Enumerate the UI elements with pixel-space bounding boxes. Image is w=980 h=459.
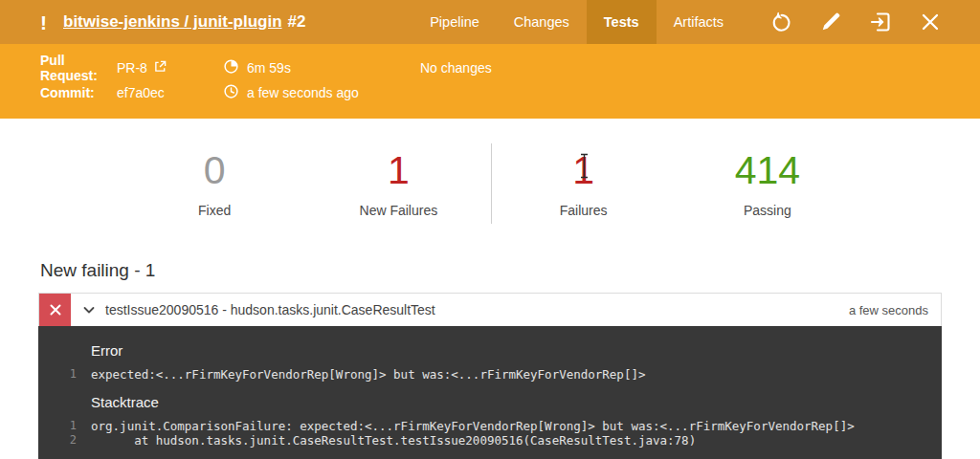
build-number: #2 bbox=[288, 12, 306, 31]
tab-changes[interactable]: Changes bbox=[497, 0, 587, 44]
info-row-commit: Commit: ef7a0ec a few seconds ago bbox=[40, 80, 980, 105]
new-failures-count: 1 bbox=[306, 149, 490, 192]
failing-test-row[interactable]: testIssue20090516 - hudson.tasks.junit.C… bbox=[38, 293, 942, 326]
test-summary: 0 Fixed 1 New Failures 1 Failures 414 Pa… bbox=[122, 143, 859, 224]
chevron-down-icon[interactable] bbox=[82, 294, 96, 326]
test-name: testIssue20090516 - hudson.tasks.junit.C… bbox=[105, 294, 849, 326]
duration-icon bbox=[224, 59, 238, 76]
line-number: 1 bbox=[38, 419, 77, 433]
run-header: ! bitwise-jenkins / junit-plugin#2 bbox=[0, 0, 305, 44]
finished-time-text: a few seconds ago bbox=[247, 85, 359, 100]
fixed-count: 0 bbox=[122, 149, 306, 192]
passing-count: 414 bbox=[676, 149, 859, 192]
new-failures-label: New Failures bbox=[306, 203, 490, 218]
topbar-actions bbox=[741, 0, 980, 44]
external-link-icon[interactable] bbox=[154, 60, 167, 73]
clock-icon bbox=[224, 84, 238, 101]
text-cursor-ibeam bbox=[579, 153, 590, 183]
duration-info: 6m 59s bbox=[224, 59, 420, 76]
failure-x-icon bbox=[39, 294, 71, 326]
finished-time-info: a few seconds ago bbox=[224, 84, 420, 101]
run-title-link[interactable]: bitwise-jenkins / junit-plugin#2 bbox=[63, 12, 305, 32]
duration-text: 6m 59s bbox=[247, 60, 291, 76]
blueocean-test-results-page: ! bitwise-jenkins / junit-plugin#2 Pipel… bbox=[0, 0, 980, 459]
error-heading: Error bbox=[38, 342, 942, 359]
unstable-status-icon: ! bbox=[40, 12, 47, 33]
go-to-classic-icon[interactable] bbox=[869, 11, 892, 33]
line-number: 2 bbox=[38, 433, 77, 448]
summary-passing: 414 Passing bbox=[676, 149, 859, 217]
line-number: 1 bbox=[38, 367, 77, 382]
pipeline-name-link[interactable]: bitwise-jenkins / junit-plugin bbox=[63, 12, 282, 31]
summary-new-failures: 1 New Failures bbox=[306, 149, 490, 217]
log-line: 2 at hudson.tasks.junit.CaseResultTest.t… bbox=[38, 433, 942, 448]
log-line-text: org.junit.ComparisonFailure: expected:<.… bbox=[77, 419, 855, 433]
commit-label: Commit: bbox=[40, 85, 117, 100]
changes-text: No changes bbox=[420, 60, 492, 76]
topbar-spacer bbox=[305, 0, 412, 44]
tab-artifacts[interactable]: Artifacts bbox=[657, 0, 741, 44]
passing-label: Passing bbox=[676, 203, 859, 218]
tab-pipeline[interactable]: Pipeline bbox=[412, 0, 497, 44]
info-row-pull-request: Pull Request: PR-8 6m 59s bbox=[40, 55, 980, 80]
close-icon[interactable] bbox=[919, 11, 942, 33]
run-info-bar: Pull Request: PR-8 6m 59s bbox=[0, 44, 980, 119]
fixed-label: Fixed bbox=[122, 203, 306, 218]
tab-tests[interactable]: Tests bbox=[587, 0, 657, 44]
log-line: 1 expected:<...rFirmKeyForVendorRep[Wron… bbox=[38, 367, 942, 382]
edit-pencil-icon[interactable] bbox=[819, 11, 842, 33]
summary-fixed: 0 Fixed bbox=[122, 149, 306, 217]
failures-label: Failures bbox=[492, 203, 676, 218]
log-line: 1 org.junit.ComparisonFailure: expected:… bbox=[38, 419, 942, 433]
test-log-console: Error 1 expected:<...rFirmKeyForVendorRe… bbox=[38, 326, 942, 459]
top-bar: ! bitwise-jenkins / junit-plugin#2 Pipel… bbox=[0, 0, 980, 44]
log-line-text: expected:<...rFirmKeyForVendorRep[Wrong]… bbox=[77, 367, 645, 382]
summary-failures: 1 Failures bbox=[492, 149, 676, 217]
test-duration: a few seconds bbox=[849, 294, 941, 326]
section-title-new-failing: New failing - 1 bbox=[40, 260, 980, 281]
run-tabs: Pipeline Changes Tests Artifacts bbox=[412, 0, 741, 44]
commit-hash: ef7a0ec bbox=[117, 85, 224, 100]
replay-icon[interactable] bbox=[769, 11, 792, 33]
log-line-text: at hudson.tasks.junit.CaseResultTest.tes… bbox=[77, 433, 696, 448]
stacktrace-heading: Stacktrace bbox=[38, 394, 942, 410]
pull-request-link[interactable]: PR-8 bbox=[117, 60, 224, 76]
pull-request-label: Pull Request: bbox=[40, 53, 117, 83]
